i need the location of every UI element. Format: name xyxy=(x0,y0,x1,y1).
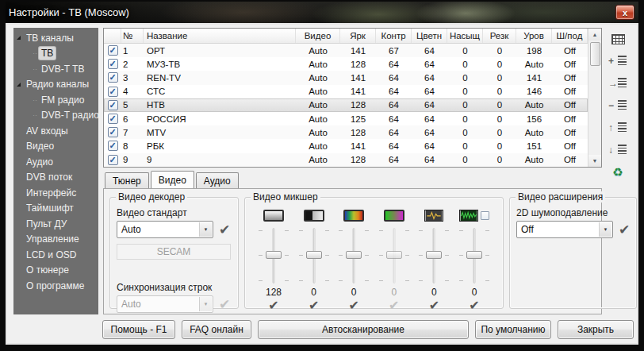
close-window-button[interactable]: x xyxy=(615,5,634,20)
tree-item-interface[interactable]: Интерфейс xyxy=(13,185,98,201)
title-bar[interactable]: Настройки - ТВ (Moscow) x xyxy=(6,2,638,23)
table-row[interactable]: ✓ 3REN-TVAuto141646400141Off xyxy=(104,71,588,84)
col-number[interactable]: № xyxy=(121,29,144,43)
channel-checkbox[interactable]: ✓ xyxy=(108,100,118,110)
settings-window: Настройки - ТВ (Moscow) x ТВ каналы ··ТВ… xyxy=(0,0,644,351)
tree-item-about-program[interactable]: О программе xyxy=(13,278,98,294)
table-row[interactable]: ✓ 6РОССИЯAuto125646400156Off xyxy=(104,112,588,125)
channel-checkbox[interactable]: ✓ xyxy=(108,127,118,137)
channel-checkbox[interactable]: ✓ xyxy=(108,45,118,56)
scrollbar-thumb[interactable] xyxy=(590,42,600,66)
apply-standard-check-icon[interactable]: ✔ xyxy=(219,223,230,237)
sharpness-slider[interactable] xyxy=(415,226,453,286)
col-noise[interactable]: Ш/под xyxy=(552,29,588,43)
mixer-brightness: 128 ✔ xyxy=(255,209,293,312)
tab-tuner[interactable]: Тюнер xyxy=(105,172,149,188)
chevron-down-icon[interactable]: ▼ xyxy=(199,222,212,237)
tree-item-radio-channels[interactable]: Радио каналы xyxy=(13,77,98,93)
tab-video[interactable]: Видео xyxy=(151,171,194,188)
apply-brightness-check-icon[interactable]: ✔ xyxy=(268,299,278,312)
tree-item-audio[interactable]: Аудио xyxy=(13,154,98,170)
table-row[interactable]: ✓ 1ОРТAuto141676400198Off xyxy=(104,44,588,57)
apply-sharpness-check-icon[interactable]: ✔ xyxy=(429,299,439,312)
table-row[interactable]: ✓ 7MTVAuto128646400AutoOff xyxy=(104,125,588,139)
apply-contrast-check-icon[interactable]: ✔ xyxy=(309,299,319,312)
col-sharpness[interactable]: Резк xyxy=(483,29,516,43)
minus-icon: − xyxy=(608,101,614,110)
contrast-slider[interactable] xyxy=(295,226,333,286)
slider-thumb[interactable] xyxy=(466,251,482,259)
slider-thumb[interactable] xyxy=(266,251,282,259)
noise-slider[interactable] xyxy=(455,226,493,286)
tree-item-fm-radio[interactable]: ··FM радио xyxy=(13,92,98,108)
col-brightness[interactable]: Ярк xyxy=(340,29,376,43)
table-row[interactable]: ✓ 2МУЗ-ТВAuto128646400AutoOff xyxy=(104,57,588,71)
clear-list-button[interactable]: ♻ xyxy=(608,164,628,180)
col-contrast[interactable]: Контр xyxy=(376,29,412,43)
insert-channel-button[interactable]: → xyxy=(608,75,628,91)
tree-item-remote[interactable]: Пульт ДУ xyxy=(13,216,98,232)
expander-icon[interactable] xyxy=(17,83,21,87)
tree-item-timeshift[interactable]: Таймшифт xyxy=(13,201,98,217)
channel-checkbox[interactable]: ✓ xyxy=(108,114,118,124)
faq-button[interactable]: FAQ онлайн xyxy=(182,320,251,339)
slider-thumb[interactable] xyxy=(306,251,322,259)
hue-slider[interactable] xyxy=(335,226,373,286)
secam-button[interactable]: SECAM xyxy=(117,244,231,260)
video-tab-panel: Видео декодер Видео стандарт Auto ▼ ✔ SE… xyxy=(103,188,602,314)
close-button[interactable]: Закрыть xyxy=(558,320,634,339)
table-row[interactable]: ✓ 8РБКAuto141646400151Off xyxy=(104,139,588,152)
defaults-button[interactable]: По умолчанию xyxy=(475,320,551,339)
col-video[interactable]: Видео xyxy=(296,29,340,43)
expander-icon[interactable] xyxy=(17,36,21,40)
apply-noise-check-icon[interactable]: ✔ xyxy=(469,299,479,312)
col-saturation[interactable]: Насыщ xyxy=(447,29,483,43)
apply-nr-check-icon[interactable]: ✔ xyxy=(619,223,630,237)
tree-item-dvbt-tv[interactable]: ··DVB-T ТВ xyxy=(13,61,98,77)
channel-checkbox[interactable]: ✓ xyxy=(108,72,118,83)
tab-audio[interactable]: Аудио xyxy=(196,172,239,188)
remove-channel-button[interactable]: − xyxy=(608,98,628,114)
tree-item-video[interactable]: Видео xyxy=(13,139,98,155)
scroll-down-icon[interactable]: ▼ xyxy=(588,155,601,167)
col-name[interactable]: Название xyxy=(144,29,296,43)
contrast-value: 0 xyxy=(311,287,316,298)
help-button[interactable]: Помощь - F1 xyxy=(102,320,175,339)
move-down-button[interactable]: ↓ xyxy=(608,142,628,158)
col-color[interactable]: Цветн xyxy=(412,29,447,43)
table-header: № Название Видео Ярк Контр Цветн Насыщ Р… xyxy=(104,29,588,44)
table-scrollbar[interactable]: ▲ ▼ xyxy=(588,29,601,167)
tree-item-tv-channels[interactable]: ТВ каналы xyxy=(13,30,98,46)
noise-checkbox[interactable] xyxy=(481,211,489,220)
plus-icon: + xyxy=(608,56,614,66)
slider-thumb[interactable] xyxy=(346,251,362,259)
table-row-selected[interactable]: ✓ 5НТВAuto128646400AutoOff xyxy=(104,98,588,112)
col-level[interactable]: Уров xyxy=(516,29,552,43)
tree-item-dvb-stream[interactable]: DVB поток xyxy=(13,170,98,186)
scroll-up-icon[interactable]: ▲ xyxy=(588,29,601,40)
table-row[interactable]: ✓ 99Auto128646400AutoOff xyxy=(104,153,588,167)
slider-thumb[interactable] xyxy=(426,251,442,259)
move-up-button[interactable]: ↑ xyxy=(608,120,628,136)
tree-item-control[interactable]: Управление xyxy=(13,232,98,248)
brightness-slider[interactable] xyxy=(255,226,293,286)
channel-checkbox[interactable]: ✓ xyxy=(108,141,118,151)
chevron-down-icon[interactable]: ▼ xyxy=(599,222,611,237)
add-channel-button[interactable]: + xyxy=(608,53,628,69)
sync-select[interactable]: Auto ▼ xyxy=(117,295,213,313)
video-standard-select[interactable]: Auto ▼ xyxy=(117,221,213,238)
channel-checkbox[interactable]: ✓ xyxy=(108,87,118,97)
table-row[interactable]: ✓ 4СТСAuto141646400146Off xyxy=(104,85,588,98)
noise-reduction-label: 2D шумоподавление xyxy=(516,207,630,218)
tree-item-av-inputs[interactable]: AV входы xyxy=(13,123,98,139)
tree-item-about-tuner[interactable]: О тюнере xyxy=(13,263,98,279)
autoscan-button[interactable]: Автосканирование xyxy=(258,320,469,339)
channel-checkbox[interactable]: ✓ xyxy=(108,59,118,69)
tree-item-tv[interactable]: ··ТВ xyxy=(13,46,98,62)
apply-hue-check-icon[interactable]: ✔ xyxy=(348,299,358,312)
tree-item-lcd-osd[interactable]: LCD и OSD xyxy=(13,247,98,263)
channel-list-button[interactable] xyxy=(608,31,628,47)
tree-item-dvbt-radio[interactable]: ··DVB-T радио xyxy=(13,108,98,124)
channel-checkbox[interactable]: ✓ xyxy=(108,155,118,165)
noise-reduction-select[interactable]: Off ▼ xyxy=(516,221,613,238)
